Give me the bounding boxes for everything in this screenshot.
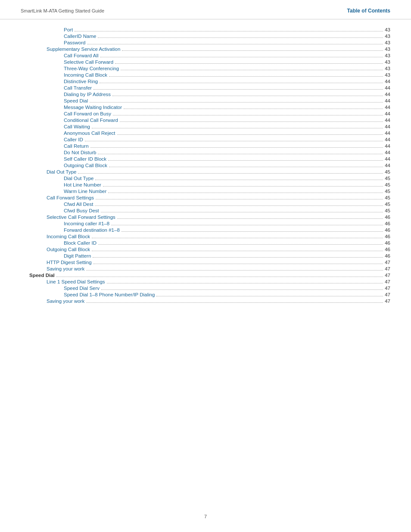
- toc-entry-page: 45: [385, 202, 390, 207]
- toc-entry-page: 46: [385, 234, 390, 239]
- toc-entry-dots: [96, 199, 383, 199]
- toc-entry-label: Dialing by IP Address: [64, 92, 111, 97]
- toc-entry-dots: [109, 167, 383, 167]
- toc-entry-dots: [121, 70, 383, 70]
- toc-entry-dots: [92, 238, 383, 238]
- toc-row: Port43: [21, 27, 390, 33]
- toc-entry-label: Message Waiting Indicator: [64, 105, 122, 110]
- toc-entry-dots: [117, 134, 383, 135]
- toc-entry-dots: [115, 63, 383, 64]
- toc-entry-label: Self Caller ID Block: [64, 156, 106, 162]
- toc-entry-label: Call Forward All: [64, 53, 99, 58]
- toc-entry-dots: [93, 264, 383, 264]
- toc-entry-page: 45: [385, 176, 390, 181]
- toc-entry-dots: [86, 302, 383, 303]
- toc-row: Conditional Call Forward44: [21, 118, 390, 123]
- toc-entry-dots: [92, 251, 383, 251]
- toc-entry-label: Speed Dial 1–8 Phone Number/IP Dialing: [64, 292, 155, 297]
- toc-entry-dots: [113, 115, 383, 115]
- toc-entry-dots: [100, 83, 383, 83]
- toc-entry-label: Call Forward on Busy: [64, 111, 111, 116]
- toc-entry-label: CallerID Name: [64, 34, 96, 39]
- toc-entry-label: Outgoing Call Block: [47, 247, 90, 252]
- toc-entry-dots: [109, 76, 383, 77]
- toc-row: Call Forward on Busy44: [21, 111, 390, 117]
- toc-entry-label: Warm Line Number: [64, 189, 106, 194]
- toc-entry-label: Anonymous Call Reject: [64, 131, 115, 136]
- toc-entry-dots: [86, 270, 383, 271]
- toc-entry-dots: [56, 277, 383, 277]
- toc-entry-dots: [120, 121, 383, 122]
- toc-row: Call Transfer44: [21, 85, 390, 91]
- toc-entry-dots: [103, 186, 383, 187]
- toc-entry-dots: [112, 96, 383, 96]
- toc-entry-page: 44: [385, 131, 390, 136]
- toc-row: Speed Dial44: [21, 98, 390, 104]
- toc-entry-dots: [95, 205, 383, 206]
- toc-entry-page: 44: [385, 118, 390, 123]
- toc-entry-page: 44: [385, 163, 390, 168]
- header-left: SmartLink M-ATA Getting Started Guide: [21, 8, 104, 13]
- toc-entry-dots: [78, 173, 383, 174]
- toc-entry-dots: [90, 102, 383, 103]
- toc-entry-dots: [87, 44, 383, 44]
- toc-entry-page: 43: [385, 27, 390, 32]
- toc-entry-label: Selective Call Forward: [64, 59, 113, 65]
- toc-row: Digit Pattern46: [21, 253, 390, 259]
- toc-entry-page: 45: [385, 208, 390, 213]
- toc-entry-label: Incoming caller #1–8: [64, 221, 109, 226]
- toc-entry-dots: [90, 147, 383, 148]
- toc-entry-label: Call Waiting: [64, 124, 90, 129]
- toc-row: Speed Dial 1–8 Phone Number/IP Dialing47: [21, 292, 390, 298]
- toc-entry-dots: [107, 283, 383, 283]
- toc-row: Self Caller ID Block44: [21, 156, 390, 162]
- toc-entry-dots: [101, 212, 383, 212]
- toc-entry-label: Speed Dial: [64, 98, 88, 103]
- toc-row: Dialing by IP Address44: [21, 92, 390, 97]
- header-right: Table of Contents: [347, 8, 390, 14]
- toc-row: Speed Dial Serv47: [21, 286, 390, 291]
- toc-entry-label: Three-Way Conferencing: [64, 66, 119, 71]
- toc-entry-page: 45: [385, 189, 390, 194]
- toc-row: Dial Out Type45: [21, 169, 390, 175]
- toc-entry-page: 44: [385, 85, 390, 90]
- toc-entry-label: Port: [64, 27, 73, 32]
- toc-row: Warm Line Number45: [21, 189, 390, 194]
- toc-row: Saving your work47: [21, 299, 390, 304]
- toc-entry-page: 47: [385, 273, 390, 278]
- toc-entry-page: 44: [385, 124, 390, 129]
- toc-entry-page: 44: [385, 137, 390, 142]
- toc-entry-page: 43: [385, 66, 390, 71]
- toc-entry-page: 47: [385, 299, 390, 304]
- toc-entry-dots: [93, 257, 383, 258]
- toc-row: Selective Call Forward43: [21, 59, 390, 65]
- toc-entry-page: 44: [385, 79, 390, 84]
- toc-row: Call Waiting44: [21, 124, 390, 130]
- toc-content: Port43CallerID Name43Password43Supplemen…: [0, 27, 411, 322]
- toc-row: Message Waiting Indicator44: [21, 105, 390, 110]
- toc-entry-dots: [95, 180, 383, 180]
- toc-entry-label: Incoming Call Block: [47, 234, 90, 239]
- toc-row: Saving your work47: [21, 266, 390, 272]
- toc-entry-page: 47: [385, 292, 390, 297]
- toc-row: Selective Call Forward Settings46: [21, 215, 390, 220]
- toc-row: Dial Out Type45: [21, 176, 390, 181]
- toc-entry-label: Conditional Call Forward: [64, 118, 118, 123]
- toc-entry-label: Saving your work: [47, 299, 84, 304]
- toc-entry-label: Cfwd Busy Dest: [64, 208, 99, 213]
- toc-entry-label: Dial Out Type: [47, 169, 76, 174]
- toc-entry-dots: [100, 57, 383, 57]
- toc-row: HTTP Digest Setting47: [21, 260, 390, 265]
- toc-entry-label: Dial Out Type: [64, 176, 93, 181]
- toc-entry-dots: [98, 37, 383, 38]
- page-number: 7: [204, 514, 207, 519]
- toc-entry-label: Digit Pattern: [64, 253, 91, 258]
- toc-entry-dots: [117, 218, 383, 219]
- toc-row: Call Forward All43: [21, 53, 390, 59]
- toc-entry-page: 46: [385, 227, 390, 233]
- toc-entry-dots: [98, 244, 383, 245]
- toc-row: Call Forward Settings45: [21, 195, 390, 201]
- toc-entry-page: 45: [385, 169, 390, 174]
- toc-entry-dots: [121, 231, 383, 232]
- toc-entry-page: 45: [385, 195, 390, 200]
